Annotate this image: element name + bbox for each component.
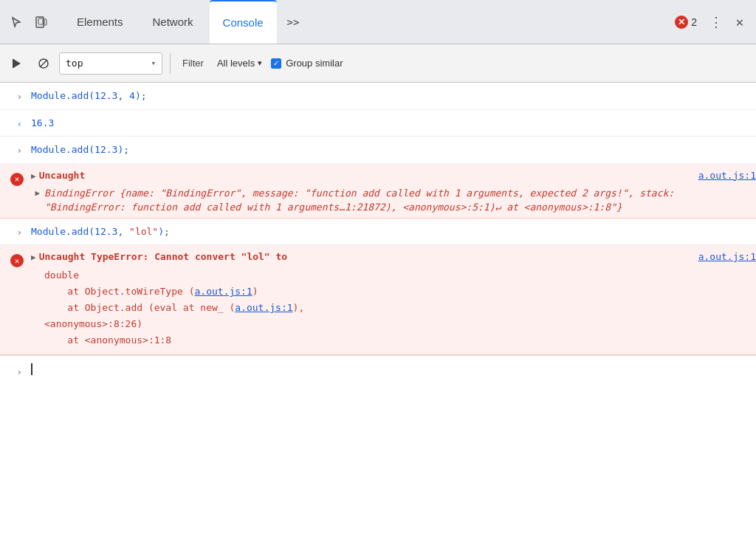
error-source-2[interactable]: a.out.js:1 [693, 251, 756, 262]
filter-label: Filter [178, 58, 208, 69]
error-header-2: ✕ ▶ Uncaught TypeError: Cannot convert "… [0, 248, 756, 267]
group-similar-checkbox[interactable]: ✓ [271, 58, 281, 69]
error-count-icon: ✕ [675, 16, 688, 29]
error-title-2: Uncaught TypeError: Cannot convert "lol"… [39, 251, 288, 262]
error-icon-2: ✕ [10, 254, 24, 267]
svg-rect-4 [13, 59, 14, 68]
console-output: › Module.add(12.3, 4); ‹ 16.3 › Module.a… [0, 83, 756, 539]
line-gutter-1: › [0, 86, 27, 102]
devtools-menu-icon[interactable]: ⋮ [706, 12, 726, 32]
devtools-icons [6, 12, 52, 32]
error-line-2-4: <anonymous>:8:26) [44, 316, 304, 332]
indent-arrow-1[interactable]: ▶ [35, 188, 40, 198]
tab-elements[interactable]: Elements [63, 0, 137, 44]
error-line-2-5: at <anonymous>:1:8 [44, 332, 304, 349]
error-body-content-1: BindingError {name: "BindingError", mess… [44, 186, 756, 215]
line-content-2: 16.3 [27, 113, 756, 134]
levels-chevron-icon: ▾ [258, 58, 262, 68]
code-value-2: 16.3 [31, 117, 54, 128]
chevron-down-icon: ▾ [151, 58, 156, 68]
console-toolbar: top ▾ Filter All levels ▾ ✓ Group simila… [0, 44, 756, 83]
error-source-1[interactable]: a.out.js:1 [693, 170, 756, 181]
error-link-2-1[interactable]: a.out.js:1 [195, 286, 252, 297]
error-link-2-2[interactable]: a.out.js:1 [235, 302, 292, 313]
error-body-row-1: ▶ BindingError {name: "BindingError", me… [0, 186, 756, 215]
levels-selector[interactable]: All levels ▾ [213, 55, 267, 72]
code-text-3: Module.add(12.3); [31, 144, 129, 155]
error-line-2-3: at Object.add (eval at new_ (a.out.js:1)… [44, 300, 304, 316]
svg-line-6 [40, 60, 47, 67]
tab-bar: Elements Network Console >> ✕ 2 ⋮ ✕ [0, 0, 756, 44]
error-line-2-2: at Object.toWireType (a.out.js:1) [44, 284, 304, 300]
error-line-2-1: double [44, 267, 304, 284]
execute-button[interactable] [6, 52, 28, 75]
input-prompt-icon: › [17, 367, 22, 377]
device-icon[interactable] [31, 12, 52, 32]
line-content-1: Module.add(12.3, 4); [27, 86, 756, 106]
input-area[interactable] [27, 360, 37, 378]
code-text-5: Module.add(12.3, "lol"); [31, 226, 170, 237]
error-content-header-2: ▶ Uncaught TypeError: Cannot convert "lo… [27, 248, 756, 265]
console-input-line[interactable]: › [0, 355, 756, 382]
error-icon-1: ✕ [10, 173, 24, 186]
tab-network[interactable]: Network [140, 0, 207, 44]
tab-console[interactable]: Console [210, 0, 277, 44]
svg-rect-1 [38, 18, 43, 24]
toolbar-separator [170, 53, 171, 74]
console-error-1: ✕ ▶ Uncaught a.out.js:1 ▶ BindingError {… [0, 164, 756, 219]
error-body-2: double at Object.toWireType (a.out.js:1)… [0, 267, 304, 351]
error-content-header-1: ▶ Uncaught a.out.js:1 [27, 167, 756, 184]
line-content-3: Module.add(12.3); [27, 140, 756, 160]
error-badge: ✕ 2 [675, 16, 697, 29]
console-line-1: › Module.add(12.3, 4); [0, 83, 756, 110]
console-line-5: › Module.add(12.3, "lol"); [0, 219, 756, 246]
group-similar-control[interactable]: ✓ Group similar [271, 58, 343, 69]
line-content-5: Module.add(12.3, "lol"); [27, 222, 756, 242]
input-gutter: › [0, 361, 27, 377]
cursor [31, 363, 32, 375]
input-arrow-1: › [17, 92, 22, 102]
error-icon-gutter-2: ✕ [0, 248, 27, 267]
line-gutter-5: › [0, 222, 27, 238]
error-expand-arrow-2[interactable]: ▶ [31, 253, 36, 262]
code-text-1: Module.add(12.3, 4); [31, 90, 147, 101]
line-gutter-3: › [0, 140, 27, 156]
input-arrow-3: › [17, 145, 22, 156]
error-header-1: ✕ ▶ Uncaught a.out.js:1 [0, 167, 756, 186]
error-icon-gutter-1: ✕ [0, 167, 27, 186]
context-selector[interactable]: top ▾ [59, 52, 162, 75]
console-error-2: ✕ ▶ Uncaught TypeError: Cannot convert "… [0, 245, 756, 355]
close-icon[interactable]: ✕ [729, 12, 750, 32]
error-body-indent-1: ▶ [27, 186, 44, 215]
pointer-icon[interactable] [6, 12, 27, 32]
console-line-2: ‹ 16.3 [0, 110, 756, 137]
svg-rect-2 [44, 19, 47, 25]
clear-button[interactable] [32, 52, 55, 75]
error-expand-arrow-1[interactable]: ▶ [31, 171, 36, 181]
console-line-3: › Module.add(12.3); [0, 137, 756, 164]
input-arrow-5: › [17, 227, 22, 238]
error-title-1: Uncaught [39, 170, 86, 181]
output-arrow-2: ‹ [17, 119, 22, 129]
tab-more[interactable]: >> [280, 10, 307, 34]
svg-marker-3 [13, 59, 21, 68]
line-gutter-2: ‹ [0, 113, 27, 129]
